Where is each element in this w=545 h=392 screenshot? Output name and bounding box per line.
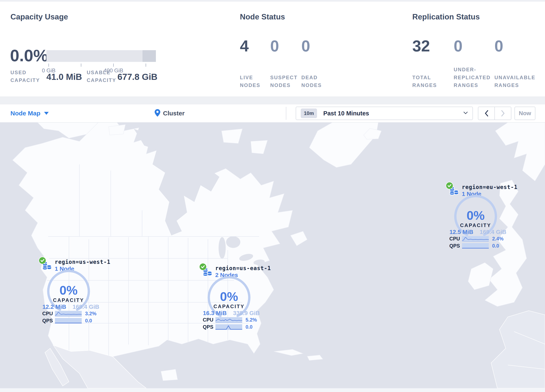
cpu-sparkline: [55, 311, 82, 317]
region-used-capacity: 12.5 MiB: [450, 229, 473, 235]
used-capacity-value: 41.0 MiB: [46, 72, 82, 82]
qps-sparkline: [55, 318, 82, 324]
live-nodes-label: LIVE NODES: [240, 62, 265, 89]
cpu-value: 5.2%: [246, 317, 257, 323]
capacity-usage-title: Capacity Usage: [10, 12, 68, 21]
region-total-capacity: 169.4 GiB: [73, 304, 99, 310]
capacity-tick: [49, 63, 49, 67]
qps-sparkline: [216, 324, 242, 330]
suspect-nodes-label: SUSPECT NODES: [270, 62, 297, 89]
chevron-down-icon: [44, 112, 49, 115]
chevron-right-icon: [501, 110, 505, 117]
suspect-nodes-count: 0: [270, 37, 279, 55]
chevron-left-icon: [485, 110, 488, 117]
capacity-tick: [81, 63, 81, 67]
healthy-check-icon: [39, 257, 46, 264]
map-pin-icon: [155, 109, 160, 118]
now-button[interactable]: Now: [514, 107, 535, 120]
time-range-label: Past 10 Minutes: [323, 110, 369, 117]
usable-capacity-label: USABLE CAPACITY: [87, 68, 116, 84]
prev-interval-button[interactable]: [478, 107, 495, 120]
unavailable-ranges-label: UNAVAILABLE RANGES: [495, 62, 535, 89]
qps-value: 0.0: [85, 318, 92, 324]
view-selector-label: Node Map: [10, 110, 40, 117]
total-ranges-label: TOTAL RANGES: [412, 62, 440, 89]
capacity-bar-reserved-segment: [142, 50, 156, 62]
region-capacity-percent: 0%: [43, 283, 94, 298]
cpu-label: CPU: [202, 317, 216, 323]
node-map[interactable]: region=us-west-1 1 Node 0% CAPACITY 12.2…: [0, 123, 545, 388]
page-bottom-strip: [0, 388, 545, 392]
chevron-down-icon: [463, 112, 468, 115]
live-nodes-count: 4: [240, 37, 249, 55]
breadcrumb-label: Cluster: [163, 110, 185, 117]
time-pager: [478, 107, 511, 120]
cpu-sparkline: [216, 317, 242, 323]
toolbar-divider: [286, 107, 286, 120]
qps-value: 0.0: [246, 324, 253, 330]
capacity-gauge-label: CAPACITY: [43, 297, 94, 303]
healthy-check-icon: [199, 263, 207, 271]
qps-value: 0.0: [492, 243, 499, 249]
qps-label: QPS: [448, 243, 462, 249]
capacity-tick: [113, 63, 114, 67]
region-capacity-percent: 0%: [204, 289, 254, 304]
region-name: region=us-east-1: [215, 265, 271, 271]
region-capacity-percent: 0%: [451, 208, 501, 223]
replication-status-title: Replication Status: [412, 12, 480, 21]
map-toolbar: Node Map Cluster 10m Past 10 Minutes: [0, 104, 545, 123]
time-range-select[interactable]: 10m Past 10 Minutes: [296, 107, 473, 120]
cpu-sparkline: [462, 236, 489, 242]
view-selector-dropdown[interactable]: Node Map: [10, 104, 49, 122]
unavailable-ranges-count: 0: [495, 37, 503, 55]
region-name: region=us-west-1: [55, 259, 110, 265]
region-total-capacity: 169.4 GiB: [480, 229, 506, 235]
cpu-label: CPU: [41, 311, 55, 317]
capacity-gauge-label: CAPACITY: [451, 223, 501, 228]
cpu-label: CPU: [448, 236, 462, 242]
capacity-bar: [46, 50, 156, 62]
time-preset-badge: 10m: [301, 108, 317, 118]
region-name: region=eu-west-1: [462, 184, 517, 190]
next-interval-button[interactable]: [495, 107, 511, 120]
cpu-value: 3.2%: [85, 311, 97, 317]
node-status-title: Node Status: [240, 12, 285, 21]
capacity-tick: [146, 63, 146, 67]
qps-sparkline: [462, 243, 489, 249]
dead-nodes-label: DEAD NODES: [301, 62, 326, 89]
qps-label: QPS: [41, 318, 55, 324]
healthy-check-icon: [446, 182, 453, 189]
under-replicated-ranges-count: 0: [454, 37, 462, 55]
capacity-percent: 0.0%: [10, 46, 48, 65]
under-replicated-ranges-label: UNDER-REPLICATED RANGES: [454, 62, 495, 89]
total-ranges-count: 32: [412, 37, 430, 55]
dead-nodes-count: 0: [301, 37, 310, 55]
usable-capacity-value: 677.8 GiB: [118, 72, 157, 82]
region-used-capacity: 16.3 MiB: [203, 310, 227, 317]
region-used-capacity: 12.2 MiB: [43, 304, 66, 310]
used-capacity-label: USED CAPACITY: [10, 68, 40, 84]
cpu-value: 2.4%: [492, 236, 504, 242]
breadcrumb[interactable]: Cluster: [155, 104, 185, 122]
world-map-graphic: [0, 123, 545, 388]
capacity-gauge-label: CAPACITY: [204, 304, 254, 309]
cluster-summary-bar: Capacity Usage 0.0% 0 GiB 400 GiB USED C…: [0, 2, 545, 97]
qps-label: QPS: [202, 324, 216, 330]
region-total-capacity: 338.9 GiB: [233, 310, 260, 317]
